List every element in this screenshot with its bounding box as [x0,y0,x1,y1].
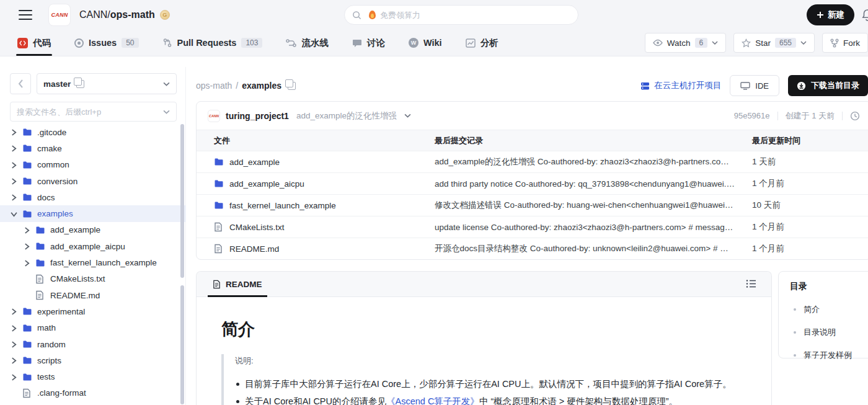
watch-button[interactable]: Watch 6 [645,33,726,53]
chevron-icon[interactable] [11,129,17,135]
chevron-icon[interactable] [11,211,17,217]
download-directory-button[interactable]: 下载当前目录 [788,75,868,96]
chevron-down-icon[interactable] [404,113,411,118]
tree-item[interactable]: conversion [0,173,186,189]
chevron-icon[interactable] [11,145,17,151]
commit-hash[interactable]: 95e5961e [734,111,770,120]
chevron-icon[interactable] [24,227,30,233]
tree-item[interactable]: common [0,157,186,173]
table-row[interactable]: fast_kernel_launch_example 修改文档描述错误 Co-a… [197,194,868,216]
star-count-badge: 655 [775,38,796,48]
chevron-icon[interactable] [11,325,17,331]
chevron-icon[interactable] [24,243,30,249]
tree-item[interactable]: experimental [0,303,186,319]
chevron-icon[interactable] [11,194,17,200]
tree-item-label: common [37,160,69,169]
table-row[interactable]: add_example_aicpu add third party notice… [197,172,868,194]
table-row[interactable]: README.md 开源仓docs目录结构整改 Co-authored-by: … [197,238,868,259]
tree-item[interactable]: math [0,320,186,336]
tree-item[interactable]: cmake [0,140,186,156]
breadcrumb-parent[interactable]: ops-math [196,81,232,91]
hamburger-menu-icon[interactable] [19,10,32,20]
chevron-icon[interactable] [11,374,17,380]
toc-item[interactable]: 目录说明 [790,327,868,338]
updated-time-cell: 1 个月前 [752,178,854,189]
toc-item[interactable]: 简介 [790,304,868,315]
file-search[interactable] [10,102,177,122]
file-search-input[interactable] [17,107,163,117]
commit-message-cell[interactable]: 修改文档描述错误 Co-authored-by: huang-wei-chen<… [435,200,752,211]
discussion-icon [352,38,362,48]
tree-item[interactable]: .gitcode [0,124,186,140]
back-button[interactable] [10,73,31,94]
chevron-icon[interactable] [11,357,17,363]
tab-code[interactable]: 代码 [17,30,51,56]
copy-icon[interactable] [76,80,84,88]
col-file: 文件 [214,135,435,146]
copy-path-icon[interactable] [288,82,296,90]
tree-scrollbar[interactable] [180,124,184,405]
ide-button[interactable]: IDE [730,75,779,96]
tree-item[interactable]: .clang-format [0,385,186,401]
commit-message-cell[interactable]: 开源仓docs目录结构整改 Co-authored-by: unknown<le… [435,243,752,254]
repo-tabbar: 代码 Issues 50 Pull Requests 103 流水线 讨论 W … [0,30,868,56]
chevron-icon[interactable] [11,178,17,184]
global-search-input[interactable] [380,11,570,20]
fork-button[interactable]: Fork [822,33,868,53]
tree-item[interactable]: random [0,336,186,352]
tree-item[interactable]: README.md [0,287,186,303]
app-logo[interactable]: CANN [48,4,71,26]
tab-issues[interactable]: Issues 50 [74,30,139,56]
tab-pipeline[interactable]: 流水线 [286,30,329,56]
commit-message-cell[interactable]: add_example的泛化性增强 Co-authored-by: zhaozi… [435,156,752,167]
tree-item-label: tests [37,372,55,381]
tree-item[interactable]: scripts [0,352,186,368]
history-clock-icon[interactable] [850,111,860,121]
toc-item[interactable]: 算子开发样例 [790,350,868,361]
table-row[interactable]: CMakeLists.txt update license Co-authore… [197,216,868,238]
file-name[interactable]: README.md [229,244,279,254]
new-button[interactable]: 新建 [807,4,854,25]
readme-bullet: 关于AI Core和AI CPU的介绍请参见《Ascend C算子开发》中 “概… [235,393,746,405]
bullet-icon [794,308,796,311]
tree-item[interactable]: CMakeLists.txt [0,271,186,287]
chevron-icon[interactable] [11,162,17,168]
chevron-icon[interactable] [11,341,17,347]
pr-count-badge: 103 [241,38,262,48]
tree-item[interactable]: tests [0,368,186,385]
commit-author[interactable]: turing_project1 [226,111,289,121]
file-name[interactable]: CMakeLists.txt [229,223,285,232]
table-row[interactable]: add_example add_example的泛化性增强 Co-authore… [197,151,868,172]
tree-item[interactable]: add_example_aicpu [0,238,186,254]
global-search[interactable] [344,5,578,25]
bell-icon[interactable] [862,9,868,21]
tab-wiki[interactable]: W Wiki [409,30,442,56]
tree-item[interactable]: fast_kernel_launch_example [0,254,186,270]
tab-analytics[interactable]: 分析 [466,30,498,56]
tab-discussions[interactable]: 讨论 [352,30,385,56]
tree-item[interactable]: add_example [0,222,186,238]
readme-file-icon [213,280,221,289]
tree-item[interactable]: docs [0,189,186,205]
tree-item[interactable]: examples [0,205,186,221]
star-button[interactable]: Star 655 [733,33,815,53]
ascend-c-doc-link[interactable]: 《Ascend C算子开发》 [386,396,479,405]
folder-icon [22,372,32,382]
commit-message-cell[interactable]: add third party notice Co-authored-by: q… [435,179,752,189]
file-name[interactable]: add_example_aicpu [229,179,304,189]
repo-title: CANN/ops-math G [79,9,170,20]
commit-message-cell[interactable]: update license Co-authored-by: zhaozi3<z… [435,223,752,232]
chevron-icon[interactable] [24,260,30,266]
tab-pull-requests[interactable]: Pull Requests 103 [162,30,263,56]
branch-selector[interactable]: master [37,73,177,94]
repo-name[interactable]: ops-math [110,9,155,20]
toc-toggle-icon[interactable] [746,279,756,288]
file-name[interactable]: fast_kernel_launch_example [229,201,336,210]
tab-readme[interactable]: README [211,272,264,296]
repo-owner[interactable]: CANN/ [79,9,110,20]
chevron-icon[interactable] [11,308,17,314]
open-in-cloud-link[interactable]: 在云主机打开项目 [640,80,721,91]
commit-message[interactable]: add_example的泛化性增强 [296,110,397,122]
file-name[interactable]: add_example [229,158,280,167]
wiki-icon: W [409,38,418,48]
